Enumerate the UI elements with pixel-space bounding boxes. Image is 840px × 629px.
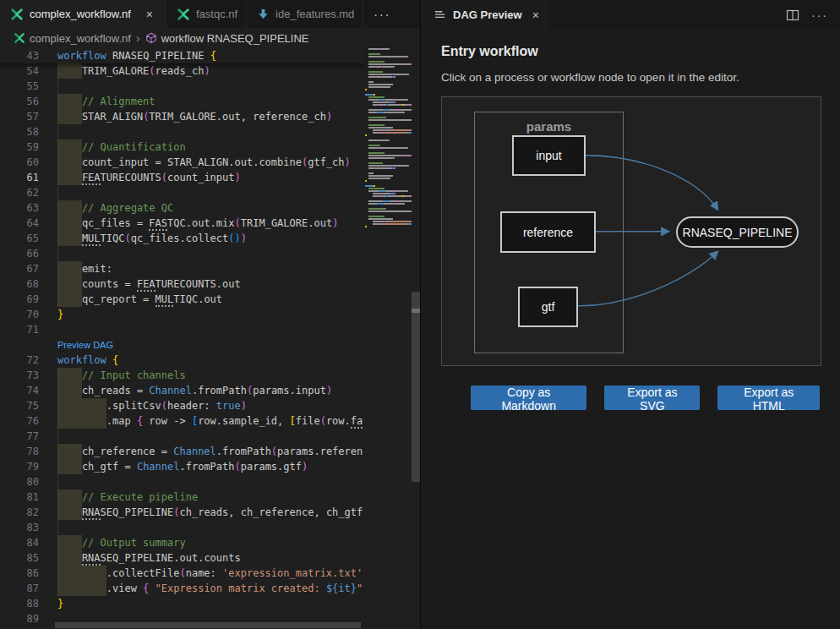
split-editor-icon[interactable] [786,8,799,22]
code-token: emit: [82,263,112,275]
tab-complex-workflow[interactable]: complex_workflow.nf × [0,0,166,28]
minimap-line [365,175,412,177]
code-row: 56// Alignment [0,94,420,109]
minimap-line [365,157,412,159]
code-token: ) [204,65,210,77]
code-token: // Output summary [82,537,186,549]
tab-fastqc[interactable]: fastqc.nf [166,0,247,28]
minimap-line [365,223,412,225]
code-token [149,583,155,594]
line-number: 56 [0,94,39,109]
tab-overflow-more-icon[interactable]: ··· [363,0,401,28]
copy-as-markdown-button[interactable]: Copy as Markdown [471,386,586,410]
minimap-line [365,81,412,83]
code-token: .splitCsv [106,400,161,412]
code-token: .fromPath [179,461,234,473]
code-token: ch_reads, ch_reference, ch_gtf [180,506,363,518]
indent-highlight [57,398,106,413]
code-text: STAR_ALIGN(TRIM_GALORE.out, reference_ch… [57,109,332,124]
minimap-line [365,152,412,154]
code-token: () [228,232,240,244]
code-token: } [57,309,63,320]
code-token: ( [124,232,130,244]
minimap-line [365,86,412,88]
line-number: 43 [0,48,39,63]
dag-node-reference[interactable]: reference [500,211,596,253]
minimap[interactable] [365,48,412,251]
scrollbar-thumb[interactable] [412,292,420,482]
minimap-line [365,117,412,118]
code-row: 66 [0,246,420,261]
vertical-scrollbar[interactable] [412,48,420,629]
code-token: ) [241,232,247,244]
code-token: workflow [57,50,106,62]
minimap-line [365,68,412,70]
panel-hint-text: Click on a process or workflow node to o… [441,71,820,84]
minimap-line [365,228,412,230]
code-row: 83 [0,520,420,535]
indent-highlight [57,368,82,383]
tab-ide-features[interactable]: ide_features.md [247,0,363,28]
export-as-svg-button[interactable]: Export as SVG [604,386,700,410]
code-token: ch_reference = [82,446,173,457]
indent-guide [57,429,58,444]
code-editor[interactable]: 43 workflow RNASEQ_PIPELINE { 54TRIM_GAL… [0,48,420,629]
code-text: ch_gtf = Channel.fromPath(params.gtf) [57,459,308,474]
tab-label: complex_workflow.nf [30,8,131,20]
code-row: 67emit: [0,261,420,276]
code-token: // Aggregate QC [82,202,173,214]
dag-node-input[interactable]: input [512,135,586,176]
line-number: 57 [0,109,39,124]
code-token: ( [161,172,167,183]
symbol-namespace-icon [145,32,157,44]
indent-highlight [57,139,82,155]
breadcrumb-file[interactable]: complex_workflow.nf [30,32,131,45]
panel-actions: ··· [786,0,840,30]
codelens-row[interactable]: Preview DAG [0,337,420,353]
code-token: ) [326,385,332,397]
code-row: 88} [0,596,420,611]
code-token: ch_reads = [82,385,149,397]
line-number: 73 [0,368,39,383]
indent-highlight [57,63,82,79]
code-row: 85RNASEQ_PIPELINE.out.counts [0,550,420,566]
code-token: params.input [253,385,326,397]
code-token: FAS [149,217,167,231]
minimap-line [365,119,412,121]
sticky-scroll-line[interactable]: 43 workflow RNASEQ_PIPELINE { [0,48,365,63]
minimap-line [365,51,412,52]
close-icon[interactable]: × [142,8,157,21]
code-token: ( [173,506,179,518]
code-token: ( [320,415,326,427]
minimap-line [365,124,412,126]
line-number: 85 [0,550,39,566]
minimap-line [365,96,412,98]
horizontal-scrollbar[interactable] [55,622,361,628]
indent-highlight [57,459,82,474]
codelens-preview-dag-link[interactable]: Preview DAG [57,340,113,350]
code-token: // Execute pipeline [82,491,198,503]
indent-highlight [57,490,82,505]
tab-dag-preview[interactable]: DAG Preview × [421,0,549,30]
breadcrumb-symbol[interactable]: workflow RNASEQ_PIPELINE [161,32,309,45]
line-number: 69 [0,292,39,307]
export-as-html-button[interactable]: Export as HTML [717,386,820,410]
code-token: RNA [82,552,101,566]
code-token: .view [106,583,143,594]
code-token: Channel [173,446,216,457]
minimap-line [365,74,412,75]
dag-diagram: params input reference gtf RNASEQ_PIPELI… [441,96,821,366]
code-token: SEQ_PIPELINE.out.counts [101,552,241,564]
code-token: // Input channels [82,369,186,381]
code-text: // Execute pipeline [57,490,198,505]
code-token: ( [271,446,277,457]
more-actions-icon[interactable]: ··· [811,8,828,22]
close-icon[interactable]: × [532,8,539,22]
minimap-line [365,53,412,55]
code-token: // Quantification [82,141,186,153]
code-text: workflow { [57,353,118,368]
indent-guide [57,185,58,200]
code-row: 73// Input channels [0,368,420,383]
dag-node-rnaseq-pipeline[interactable]: RNASEQ_PIPELINE [676,216,799,248]
dag-node-gtf[interactable]: gtf [518,287,578,327]
